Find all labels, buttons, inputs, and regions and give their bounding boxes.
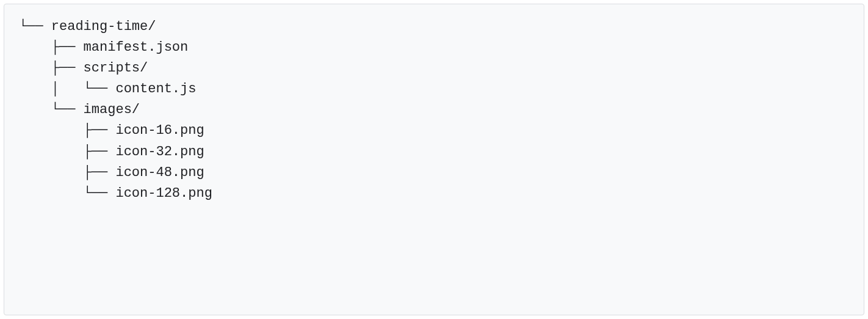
tree-line-content-js: │ └── content.js — [19, 79, 849, 100]
directory-tree-block: └── reading-time/ ├── manifest.json ├── … — [4, 4, 864, 315]
tree-line-icon-32: ├── icon-32.png — [19, 142, 849, 163]
tree-line-icon-16: ├── icon-16.png — [19, 120, 849, 141]
tree-line-icon-48: ├── icon-48.png — [19, 163, 849, 183]
tree-line-icon-128: └── icon-128.png — [19, 183, 849, 204]
tree-line-scripts-dir: ├── scripts/ — [19, 58, 849, 79]
tree-line-root: └── reading-time/ — [19, 16, 849, 37]
tree-line-images-dir: └── images/ — [19, 100, 849, 120]
tree-line-manifest: ├── manifest.json — [19, 37, 849, 58]
